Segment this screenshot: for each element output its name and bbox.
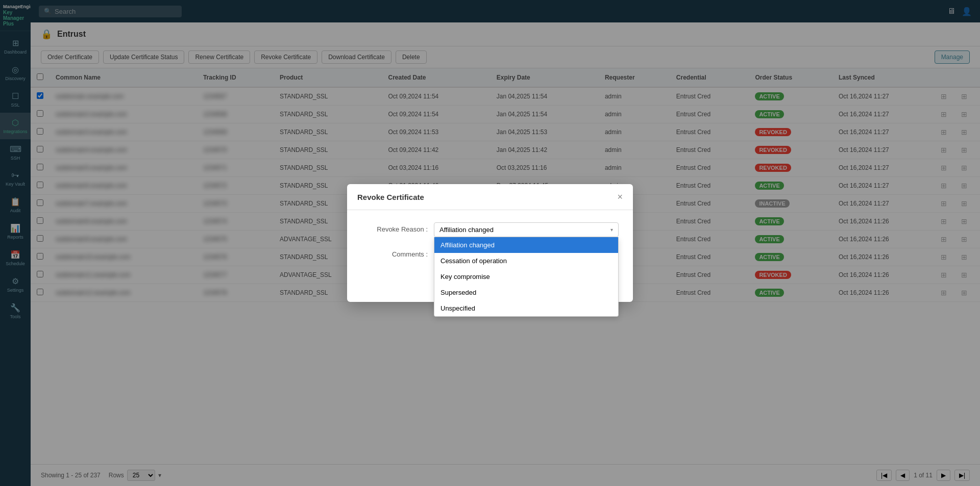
revoke-reason-label: Revoke Reason : [361,222,428,233]
revoke-reason-dropdown[interactable]: Affiliation changed ▾ [434,222,619,237]
modal-title: Revoke Certificate [357,193,424,201]
selected-reason: Affiliation changed [439,226,494,234]
revoke-certificate-modal: Revoke Certificate × Revoke Reason : Aff… [347,184,633,302]
dropdown-option-key-compromise[interactable]: Key compromise [434,269,618,285]
revoke-reason-row: Revoke Reason : Affiliation changed ▾ Af… [361,222,619,237]
dropdown-option-affiliation[interactable]: Affiliation changed [434,237,618,253]
revoke-reason-dropdown-list: Affiliation changed Cessation of operati… [434,237,619,317]
dropdown-arrow-icon: ▾ [610,227,613,233]
modal-header: Revoke Certificate × [347,184,633,210]
dropdown-option-cessation[interactable]: Cessation of operation [434,253,618,269]
dropdown-option-superseded[interactable]: Superseded [434,285,618,300]
dropdown-option-unspecified[interactable]: Unspecified [434,300,618,316]
modal-body: Revoke Reason : Affiliation changed ▾ Af… [347,210,633,302]
modal-close-button[interactable]: × [617,192,623,201]
comments-label: Comments : [361,247,428,258]
modal-overlay: Revoke Certificate × Revoke Reason : Aff… [0,0,980,486]
revoke-reason-control: Affiliation changed ▾ Affiliation change… [434,222,619,237]
